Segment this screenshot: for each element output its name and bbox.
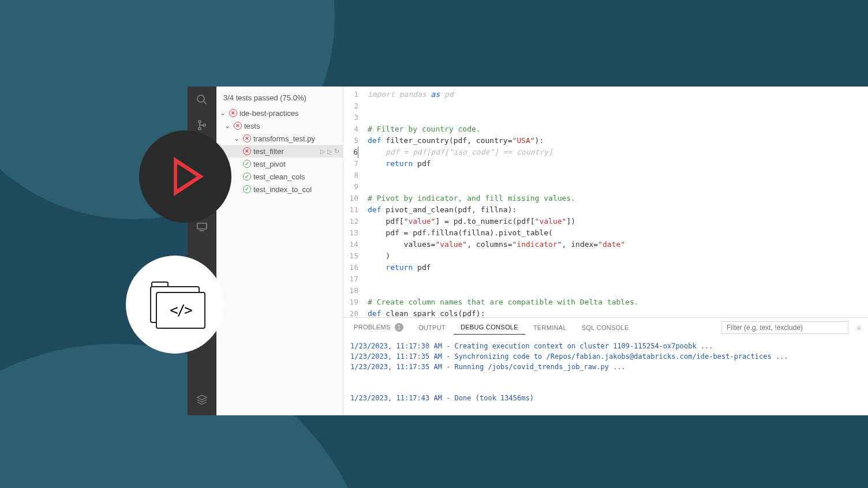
code-lines[interactable]: import pandas as pd# Filter by country c… — [364, 89, 868, 317]
tab-problems-label: Problems — [354, 324, 391, 331]
panel-menu-icon[interactable]: ≡ — [853, 323, 865, 332]
code-editor[interactable]: 123456789101112131415161718192021222324 … — [343, 87, 868, 317]
svg-line-1 — [204, 102, 207, 104]
tree-folder[interactable]: ⌄ ✕ tests — [216, 119, 343, 132]
svg-point-3 — [199, 127, 201, 130]
status-pass-icon: ✓ — [243, 160, 251, 168]
code-folder-overlay-badge: </> — [126, 256, 224, 354]
panel-tabs: Problems 1 Output Debug Console Terminal… — [343, 318, 868, 337]
tree-test-label: test_pivot — [253, 160, 343, 168]
tree-test-label: test_index_to_col — [253, 185, 343, 194]
svg-point-0 — [197, 95, 204, 102]
svg-point-2 — [199, 121, 201, 123]
chevron-down-icon: ⌄ — [234, 134, 241, 142]
tree-test-item[interactable]: ✕ test_filter ▷ ▷̤ ↻ — [216, 145, 343, 157]
debug-console-output[interactable]: 1/23/2023, 11:17:30 AM - Creating execut… — [343, 337, 868, 407]
tab-problems[interactable]: Problems 1 — [347, 320, 410, 335]
tab-debug-console[interactable]: Debug Console — [454, 320, 525, 335]
tree-folder-label: tests — [244, 122, 343, 130]
test-row-actions: ▷ ▷̤ ↻ — [320, 148, 343, 155]
bottom-panel: Problems 1 Output Debug Console Terminal… — [343, 317, 868, 415]
debug-test-icon[interactable]: ▷̤ — [327, 148, 332, 155]
problems-count-badge: 1 — [395, 323, 403, 332]
status-pass-icon: ✓ — [243, 185, 251, 193]
play-outline-icon — [174, 157, 204, 196]
run-test-icon[interactable]: ▷ — [320, 148, 325, 155]
status-fail-icon: ✕ — [243, 147, 251, 155]
svg-rect-8 — [197, 223, 207, 229]
tree-file[interactable]: ⌄ ✕ transforms_test.py — [216, 132, 343, 145]
remote-icon[interactable] — [194, 219, 209, 234]
test-summary: 3/4 tests passed (75.0%) — [216, 90, 343, 107]
code-folder-icon: </> — [150, 286, 200, 323]
databricks-icon[interactable] — [194, 392, 209, 407]
ide-window: 3/4 tests passed (75.0%) ⌄ ✕ ide-best-pr… — [188, 87, 868, 415]
tree-test-label: test_clean_cols — [253, 172, 343, 181]
goto-test-icon[interactable]: ↻ — [334, 148, 339, 155]
tree-test-item[interactable]: ✓ test_pivot — [216, 157, 343, 170]
status-fail-icon: ✕ — [243, 134, 251, 142]
tree-test-item[interactable]: ✓ test_index_to_col — [216, 183, 343, 196]
search-icon[interactable] — [194, 92, 209, 107]
svg-point-4 — [203, 124, 205, 126]
status-fail-icon: ✕ — [229, 109, 237, 117]
play-overlay-badge — [139, 130, 231, 223]
tree-root[interactable]: ⌄ ✕ ide-best-practices — [216, 107, 343, 119]
tree-test-label: test_filter — [253, 147, 318, 156]
line-number-gutter: 123456789101112131415161718192021222324 — [343, 89, 364, 317]
tree-test-item[interactable]: ✓ test_clean_cols — [216, 170, 343, 183]
tab-terminal[interactable]: Terminal — [526, 321, 574, 335]
tree-file-label: transforms_test.py — [253, 134, 343, 143]
tab-output[interactable]: Output — [411, 321, 452, 335]
chevron-down-icon: ⌄ — [225, 122, 231, 130]
chevron-down-icon: ⌄ — [220, 109, 227, 117]
source-control-icon[interactable] — [194, 118, 209, 133]
test-explorer-sidebar: 3/4 tests passed (75.0%) ⌄ ✕ ide-best-pr… — [216, 87, 343, 415]
panel-filter-input[interactable] — [721, 321, 848, 334]
status-pass-icon: ✓ — [243, 172, 251, 181]
status-fail-icon: ✕ — [234, 122, 242, 130]
tree-root-label: ide-best-practices — [240, 109, 343, 118]
tab-sql-console[interactable]: SQL Console — [575, 321, 636, 335]
editor-area: 123456789101112131415161718192021222324 … — [343, 87, 868, 415]
